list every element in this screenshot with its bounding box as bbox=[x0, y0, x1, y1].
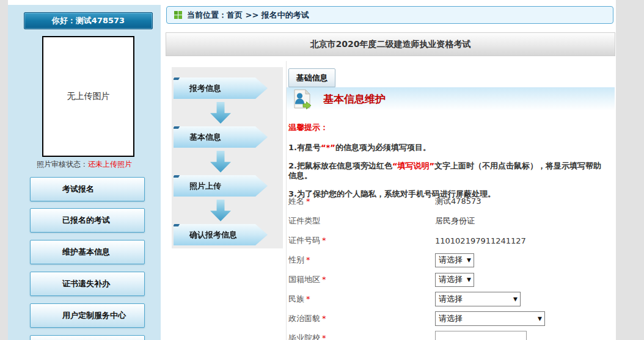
select-value: 请选择 bbox=[439, 255, 463, 266]
basic-info-form: 姓名*测试478573证件类型居民身份证证件号码*110102197911241… bbox=[288, 192, 612, 340]
field-label: 姓名* bbox=[288, 196, 435, 207]
form-row: 国籍地区*请选择▼ bbox=[288, 270, 612, 289]
photo-status: 照片审核状态：还未上传照片 bbox=[8, 159, 161, 170]
sidebar-menu-button[interactable]: 证书遗失补办 bbox=[30, 272, 145, 296]
field-label: 政治面貌* bbox=[288, 313, 435, 324]
field-value: 测试478573 bbox=[435, 196, 481, 207]
grid-icon bbox=[174, 11, 182, 19]
exam-title-bar: 北京市2020年度二级建造师执业资格考试 bbox=[166, 32, 615, 56]
select-value: 请选择 bbox=[439, 294, 463, 305]
tip-red-text: “填写说明” bbox=[392, 161, 434, 170]
select-value: 请选择 bbox=[439, 313, 463, 324]
photo-status-value: 还未上传照片 bbox=[88, 160, 132, 168]
field-label: 证件类型 bbox=[288, 215, 435, 226]
chevron-down-icon: ▼ bbox=[467, 277, 471, 283]
form-row: 民族*请选择▼ bbox=[288, 289, 612, 309]
step-banner[interactable]: 确认报考信息 bbox=[174, 224, 268, 245]
chevron-down-icon: ▼ bbox=[538, 316, 542, 322]
content-panel: 报考信息基本信息照片上传确认报考信息 基础信息 基本信息维护 温馨提示： 1.有… bbox=[166, 61, 617, 340]
sidebar-menu-button[interactable]: 用户定制服务中心 bbox=[30, 303, 145, 328]
chevron-down-icon: ▼ bbox=[513, 296, 518, 302]
arrow-down-icon bbox=[210, 151, 231, 173]
arrow-down-icon bbox=[210, 102, 231, 124]
section-title: 基本信息维护 bbox=[323, 87, 386, 110]
sidebar-menu-button[interactable]: 考试报名 bbox=[30, 177, 145, 201]
step-banner[interactable]: 基本信息 bbox=[174, 126, 268, 148]
form-row: 毕业院校* bbox=[288, 328, 612, 340]
tab-basic-info[interactable]: 基础信息 bbox=[288, 68, 335, 87]
form-row: 证件号码*110102197911241127 bbox=[288, 231, 612, 250]
step-banner[interactable]: 报考信息 bbox=[174, 78, 268, 99]
field-label: 民族* bbox=[288, 294, 435, 305]
tips-title: 温馨提示： bbox=[288, 122, 609, 133]
tip-note: 2.把鼠标放在信息项旁边红色“填写说明”文字上面时（不用点击鼠标），将显示填写帮… bbox=[288, 161, 609, 181]
field-label: 性别* bbox=[288, 255, 435, 266]
tip-note: 1.有星号“*”的信息项为必须填写项目。 bbox=[288, 143, 609, 153]
user-greeting-button[interactable]: 你好：测试478573 bbox=[24, 12, 153, 29]
step-arrow-gap bbox=[174, 99, 268, 126]
form-row: 证件类型居民身份证 bbox=[288, 211, 612, 231]
photo-status-label: 照片审核状态： bbox=[37, 160, 88, 168]
field-label: 证件号码* bbox=[288, 235, 435, 246]
exam-title: 北京市2020年度二级建造师执业资格考试 bbox=[310, 39, 471, 49]
form-row: 政治面貌*请选择▼ bbox=[288, 309, 612, 328]
breadcrumb-label: 当前位置：首页 >> 报名中的考试 bbox=[187, 10, 309, 21]
step-banner[interactable]: 照片上传 bbox=[174, 175, 268, 197]
breadcrumb: 当前位置：首页 >> 报名中的考试 bbox=[166, 6, 613, 24]
step-arrow-gap bbox=[174, 197, 268, 224]
form-row: 姓名*测试478573 bbox=[288, 192, 612, 211]
tips-notes: 1.有星号“*”的信息项为必须填写项目。2.把鼠标放在信息项旁边红色“填写说明”… bbox=[288, 143, 609, 199]
sidebar-menu-button[interactable]: 维护基本信息 bbox=[30, 240, 145, 264]
sidebar: 你好：测试478573 无上传图片 照片审核状态：还未上传照片 考试报名已报名的… bbox=[8, 5, 161, 340]
tab-label: 基础信息 bbox=[296, 73, 328, 82]
arrow-down-icon bbox=[210, 200, 231, 222]
select-性别[interactable]: 请选择▼ bbox=[435, 253, 474, 267]
sidebar-menu-button[interactable]: 已报名的考试 bbox=[30, 208, 145, 233]
field-value: 居民身份证 bbox=[435, 215, 475, 226]
select-国籍地区[interactable]: 请选择▼ bbox=[435, 273, 474, 287]
required-asterisk: * bbox=[306, 197, 310, 206]
photo-placeholder-box: 无上传图片 bbox=[42, 36, 134, 157]
input-毕业院校[interactable] bbox=[435, 331, 527, 340]
required-asterisk: * bbox=[306, 294, 310, 303]
select-政治面貌[interactable]: 请选择▼ bbox=[435, 311, 545, 326]
photo-placeholder-text: 无上传图片 bbox=[67, 91, 110, 102]
tip-red-text: “*” bbox=[321, 143, 335, 152]
required-asterisk: * bbox=[322, 314, 326, 323]
required-asterisk: * bbox=[322, 275, 326, 284]
step-flow: 报考信息基本信息照片上传确认报考信息 bbox=[172, 67, 283, 248]
sidebar-menu-button-partial[interactable] bbox=[30, 335, 145, 340]
form-row: 性别*请选择▼ bbox=[288, 250, 612, 270]
user-document-icon bbox=[291, 89, 312, 112]
field-value: 110102197911241127 bbox=[435, 236, 526, 245]
field-label: 国籍地区* bbox=[288, 274, 435, 285]
field-label: 毕业院校* bbox=[288, 333, 435, 340]
select-value: 请选择 bbox=[439, 274, 463, 285]
select-民族[interactable]: 请选择▼ bbox=[435, 292, 521, 306]
chevron-down-icon: ▼ bbox=[467, 257, 471, 263]
step-arrow-gap bbox=[174, 148, 268, 175]
section-header-band: 基本信息维护 bbox=[287, 87, 615, 110]
required-asterisk: * bbox=[322, 236, 326, 245]
required-asterisk: * bbox=[322, 333, 326, 340]
required-asterisk: * bbox=[306, 255, 310, 264]
